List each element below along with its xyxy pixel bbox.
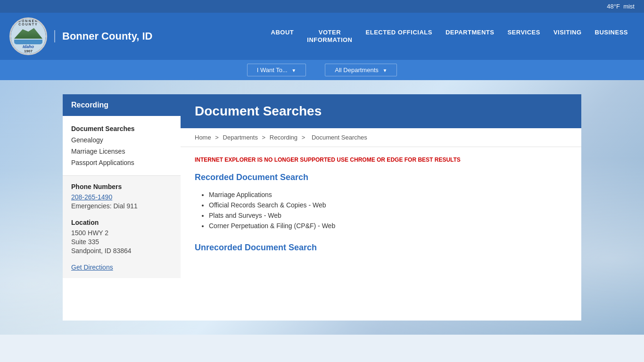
nav-about[interactable]: ABOUT <box>264 26 301 38</box>
quick-bar: I Want To... ▼ All Departments ▼ <box>0 60 644 80</box>
temperature: 48°F <box>607 3 620 10</box>
county-logo: BONNER COUNTY Idaho 1907 <box>9 17 47 55</box>
content-card: Recording Document Searches Genealogy Ma… <box>63 94 581 321</box>
list-item: Marriage Applications <box>209 189 567 200</box>
dropdown-arrow-icon-2: ▼ <box>382 68 387 73</box>
header: BONNER COUNTY Idaho 1907 Bonner County, … <box>0 13 644 60</box>
weather-condition: mist <box>623 3 635 10</box>
i-want-to-button[interactable]: I Want To... ▼ <box>247 64 306 76</box>
nav-elected-officials[interactable]: ELECTED OFFICIALS <box>359 26 439 38</box>
address-line1: 1500 HWY 2 <box>71 229 172 237</box>
list-item: Corner Perpetuation & Filing (CP&F) - We… <box>209 221 567 231</box>
sidebar-item-genealogy[interactable]: Genealogy <box>71 134 172 146</box>
address-line2: Suite 335 <box>71 238 172 246</box>
sidebar-phone-section: Phone Numbers 208-265-1490 Emergencies: … <box>63 176 181 278</box>
sidebar: Recording Document Searches Genealogy Ma… <box>63 94 181 321</box>
sidebar-item-passport-applications[interactable]: Passport Applications <box>71 157 172 168</box>
content-body: INTERNET EXPLORER IS NO LONGER SUPPORTED… <box>181 147 581 262</box>
get-directions-link[interactable]: Get Directions <box>71 263 113 271</box>
recorded-items-list: Marriage Applications Official Records S… <box>195 189 567 231</box>
breadcrumb-departments[interactable]: Departments <box>223 134 258 141</box>
phone-label: Phone Numbers <box>71 183 172 190</box>
hero-area: Recording Document Searches Genealogy Ma… <box>0 80 644 335</box>
nav-services[interactable]: SERVICES <box>501 26 547 38</box>
main-nav: ABOUT VOTER INFORMATION ELECTED OFFICIAL… <box>264 26 635 46</box>
nav-business[interactable]: BUSINESS <box>588 26 635 38</box>
logo-area: BONNER COUNTY Idaho 1907 Bonner County, … <box>9 17 152 55</box>
location-label: Location <box>71 219 172 226</box>
sidebar-item-marriage-licenses[interactable]: Marriage Licenses <box>71 146 172 157</box>
weather-bar: 48°F mist <box>0 0 644 13</box>
sidebar-nav: Document Searches Genealogy Marriage Lic… <box>63 116 181 176</box>
nav-visiting[interactable]: VISITING <box>547 26 588 38</box>
logo-water-graphic <box>14 40 42 44</box>
breadcrumb-current: Document Searches <box>312 134 367 141</box>
logo-mountain-graphic <box>14 27 42 39</box>
ie-warning: INTERNET EXPLORER IS NO LONGER SUPPORTED… <box>195 156 567 163</box>
page-title: Document Searches <box>195 104 567 119</box>
emergency-text: Emergencies: Dial 911 <box>71 202 172 210</box>
main-content: Document Searches Home > Departments > R… <box>181 94 581 321</box>
breadcrumb-home[interactable]: Home <box>195 134 211 141</box>
nav-departments[interactable]: DEPARTMENTS <box>439 26 501 38</box>
recorded-section-title: Recorded Document Search <box>195 173 567 182</box>
all-departments-button[interactable]: All Departments ▼ <box>325 64 397 76</box>
page-title-bar: Document Searches <box>181 94 581 128</box>
list-item: Plats and Surveys - Web <box>209 210 567 221</box>
sidebar-item-document-searches[interactable]: Document Searches <box>71 123 172 134</box>
address-line3: Sandpoint, ID 83864 <box>71 247 172 255</box>
unrecorded-section-title: Unrecorded Document Search <box>195 243 567 253</box>
nav-voter-information[interactable]: VOTER INFORMATION <box>300 26 359 46</box>
dropdown-arrow-icon: ▼ <box>291 68 296 73</box>
sidebar-title: Recording <box>63 94 181 116</box>
breadcrumb-recording[interactable]: Recording <box>270 134 297 141</box>
phone-number-link[interactable]: 208-265-1490 <box>71 193 112 201</box>
breadcrumb: Home > Departments > Recording > Documen… <box>181 128 581 147</box>
list-item: Official Records Search & Copies - Web <box>209 200 567 210</box>
site-title: Bonner County, ID <box>54 30 152 42</box>
